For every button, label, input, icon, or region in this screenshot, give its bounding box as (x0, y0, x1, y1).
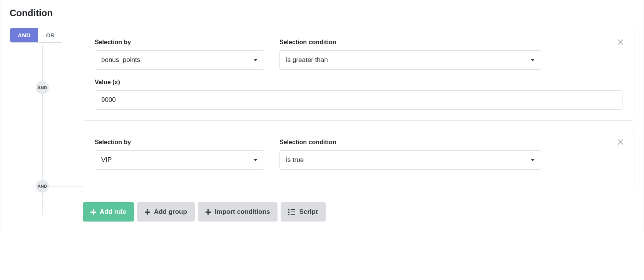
field-selection-by: Selection by bonus_points (95, 39, 264, 70)
select-value: bonus_points (101, 56, 140, 64)
button-label: Add rule (100, 208, 126, 216)
field-label-selection-condition: Selection condition (279, 39, 541, 46)
chevron-down-icon (531, 159, 535, 161)
logic-toggle-or[interactable]: OR (38, 28, 62, 42)
field-selection-condition: Selection condition is true (279, 139, 541, 170)
rule-card: Selection by VIP Selection condition is … (83, 128, 634, 193)
section-title: Condition (10, 8, 634, 18)
chevron-down-icon (531, 59, 535, 61)
rule-card: Selection by bonus_points Selection cond… (83, 28, 634, 121)
rule-row: Selection by VIP Selection condition is … (95, 139, 622, 170)
rules-column: Selection by bonus_points Selection cond… (83, 28, 634, 222)
select-selection-condition[interactable]: is greater than (279, 50, 541, 70)
rule-row: Selection by bonus_points Selection cond… (95, 39, 622, 70)
remove-rule-button[interactable] (616, 37, 625, 46)
plus-icon (206, 209, 211, 215)
button-label: Script (299, 208, 318, 216)
logic-toggle-group: AND OR (10, 28, 63, 43)
select-selection-by[interactable]: bonus_points (95, 50, 264, 70)
import-conditions-button[interactable]: Import conditions (198, 202, 278, 222)
logic-tree-column: AND OR AND AND (10, 28, 83, 222)
select-value: is greater than (286, 56, 328, 64)
tree-node-badge: AND (36, 81, 49, 94)
plus-icon (90, 209, 96, 215)
input-value-x[interactable] (95, 90, 622, 110)
close-icon (616, 37, 625, 46)
select-selection-condition[interactable]: is true (279, 150, 541, 170)
tree-node-badge: AND (36, 180, 49, 193)
add-rule-button[interactable]: Add rule (83, 202, 134, 222)
select-value: is true (286, 156, 304, 164)
field-value-x: Value (x) (95, 79, 622, 110)
field-label-selection-by: Selection by (95, 139, 264, 146)
button-label: Add group (154, 208, 187, 216)
field-label-value-x: Value (x) (95, 79, 622, 86)
chevron-down-icon (254, 159, 258, 161)
actions-row: Add rule Add group Import conditions Scr… (83, 202, 634, 222)
field-selection-by: Selection by VIP (95, 139, 264, 170)
field-selection-condition: Selection condition is greater than (279, 39, 541, 70)
condition-builder: AND OR AND AND Selection by (10, 28, 634, 222)
field-label-selection-condition: Selection condition (279, 139, 541, 146)
remove-rule-button[interactable] (616, 137, 625, 146)
condition-section: Condition AND OR AND AND (0, 0, 644, 231)
close-icon (616, 137, 625, 146)
chevron-down-icon (254, 59, 258, 61)
field-label-selection-by: Selection by (95, 39, 264, 46)
select-value: VIP (101, 156, 112, 164)
list-icon (288, 209, 295, 215)
plus-icon (145, 209, 150, 215)
add-group-button[interactable]: Add group (137, 202, 195, 222)
select-selection-by[interactable]: VIP (95, 150, 264, 170)
logic-toggle-and[interactable]: AND (10, 28, 38, 42)
script-button[interactable]: Script (281, 202, 325, 222)
button-label: Import conditions (215, 208, 270, 216)
